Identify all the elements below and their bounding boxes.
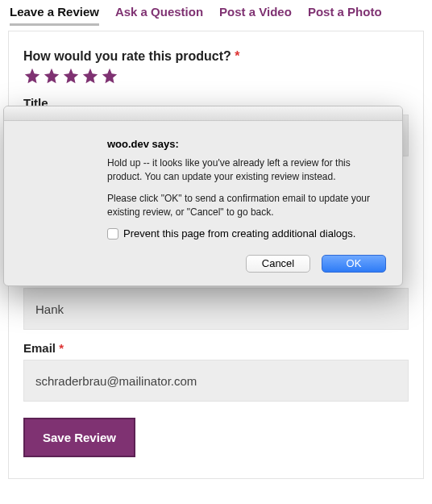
- ok-button[interactable]: OK: [322, 255, 386, 273]
- prevent-dialogs-row[interactable]: Prevent this page from creating addition…: [107, 227, 380, 241]
- required-mark: *: [235, 49, 239, 63]
- email-input[interactable]: [23, 360, 409, 402]
- tabs-bar: Leave a Review Ask a Question Post a Vid…: [0, 0, 432, 26]
- name-input[interactable]: [23, 288, 409, 330]
- dialog-message-1: Hold up -- it looks like you've already …: [107, 156, 380, 184]
- tab-leave-review[interactable]: Leave a Review: [10, 5, 99, 26]
- star-icon[interactable]: [81, 67, 99, 85]
- prevent-dialogs-label: Prevent this page from creating addition…: [123, 227, 355, 241]
- dialog-body: woo.dev says: Hold up -- it looks like y…: [4, 121, 402, 255]
- rate-question: How would you rate this product? *: [23, 49, 409, 64]
- star-icon[interactable]: [101, 67, 118, 85]
- star-icon[interactable]: [43, 67, 60, 85]
- js-alert-dialog: woo.dev says: Hold up -- it looks like y…: [3, 106, 403, 286]
- star-icon[interactable]: [62, 67, 80, 85]
- star-rating[interactable]: [23, 67, 409, 85]
- tab-ask-question[interactable]: Ask a Question: [115, 5, 203, 26]
- tab-post-video[interactable]: Post a Video: [219, 5, 292, 26]
- dialog-buttons: Cancel OK: [4, 255, 402, 285]
- dialog-source: woo.dev says:: [107, 137, 380, 152]
- tab-post-photo[interactable]: Post a Photo: [308, 5, 382, 26]
- rate-question-text: How would you rate this product?: [23, 49, 231, 63]
- dialog-titlebar: [4, 106, 402, 121]
- dialog-message-2: Please click "OK" to send a confirmation…: [107, 192, 380, 219]
- cancel-button[interactable]: Cancel: [246, 255, 310, 273]
- star-icon[interactable]: [23, 67, 41, 85]
- prevent-dialogs-checkbox[interactable]: [107, 228, 118, 240]
- required-mark: *: [59, 341, 64, 355]
- save-review-button[interactable]: Save Review: [23, 418, 135, 457]
- email-label: Email *: [23, 341, 409, 355]
